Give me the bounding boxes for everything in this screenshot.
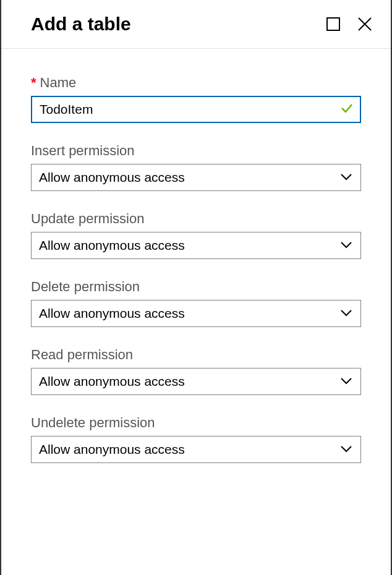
undelete-permission-value: Allow anonymous access [39, 442, 185, 457]
update-permission-field: Update permission Allow anonymous access [31, 211, 361, 259]
read-permission-value: Allow anonymous access [39, 374, 185, 389]
panel-content: * Name Insert permission Allow anonymous… [1, 49, 391, 509]
svg-rect-0 [327, 18, 339, 30]
insert-permission-label: Insert permission [31, 143, 361, 159]
delete-permission-field: Delete permission Allow anonymous access [31, 279, 361, 327]
read-permission-select-wrap: Allow anonymous access [31, 368, 361, 395]
name-input-wrap [31, 96, 361, 123]
update-permission-label: Update permission [31, 211, 361, 227]
delete-permission-select-wrap: Allow anonymous access [31, 300, 361, 327]
maximize-button[interactable] [326, 17, 340, 31]
panel-header: Add a table [1, 0, 391, 49]
header-actions [326, 17, 372, 32]
close-button[interactable] [357, 17, 372, 32]
update-permission-select-wrap: Allow anonymous access [31, 232, 361, 259]
insert-permission-field: Insert permission Allow anonymous access [31, 143, 361, 191]
undelete-permission-field: Undelete permission Allow anonymous acce… [31, 415, 361, 463]
required-indicator: * [31, 75, 36, 91]
undelete-permission-select[interactable]: Allow anonymous access [31, 436, 361, 463]
undelete-permission-label: Undelete permission [31, 415, 361, 431]
name-label: * Name [31, 75, 361, 91]
delete-permission-label: Delete permission [31, 279, 361, 295]
undelete-permission-select-wrap: Allow anonymous access [31, 436, 361, 463]
maximize-icon [326, 17, 340, 31]
read-permission-label: Read permission [31, 347, 361, 363]
insert-permission-select[interactable]: Allow anonymous access [31, 164, 361, 191]
update-permission-select[interactable]: Allow anonymous access [31, 232, 361, 259]
insert-permission-value: Allow anonymous access [39, 170, 185, 185]
name-input[interactable] [31, 96, 361, 123]
delete-permission-select[interactable]: Allow anonymous access [31, 300, 361, 327]
read-permission-field: Read permission Allow anonymous access [31, 347, 361, 395]
close-icon [357, 17, 372, 32]
insert-permission-select-wrap: Allow anonymous access [31, 164, 361, 191]
delete-permission-value: Allow anonymous access [39, 306, 185, 321]
name-label-text: Name [40, 75, 77, 91]
update-permission-value: Allow anonymous access [39, 238, 185, 253]
panel-title: Add a table [31, 14, 131, 35]
name-field: * Name [31, 75, 361, 123]
read-permission-select[interactable]: Allow anonymous access [31, 368, 361, 395]
